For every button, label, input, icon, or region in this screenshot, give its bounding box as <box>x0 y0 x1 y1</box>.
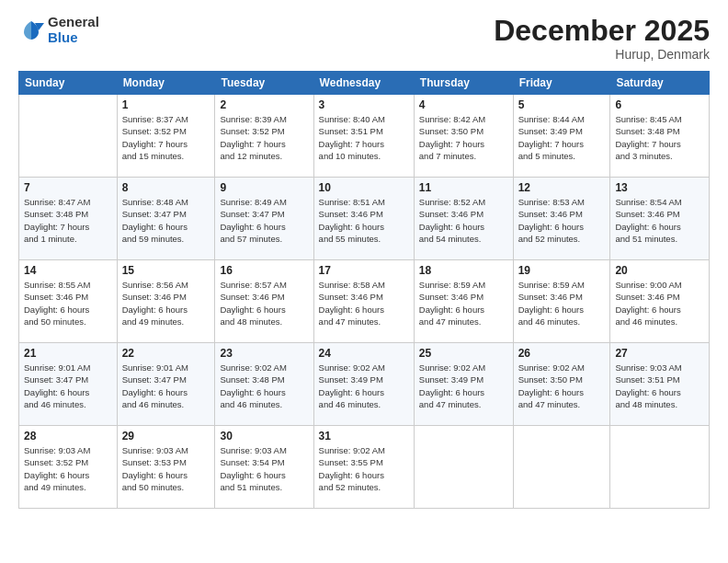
calendar-cell: 22Sunrise: 9:01 AM Sunset: 3:47 PM Dayli… <box>117 343 215 426</box>
day-info: Sunrise: 9:01 AM Sunset: 3:47 PM Dayligh… <box>24 362 112 410</box>
calendar-week-5: 28Sunrise: 9:03 AM Sunset: 3:52 PM Dayli… <box>19 426 710 509</box>
day-info: Sunrise: 8:59 AM Sunset: 3:46 PM Dayligh… <box>419 279 508 327</box>
calendar-cell: 27Sunrise: 9:03 AM Sunset: 3:51 PM Dayli… <box>610 343 710 426</box>
calendar-week-2: 7Sunrise: 8:47 AM Sunset: 3:48 PM Daylig… <box>19 178 710 260</box>
day-info: Sunrise: 8:37 AM Sunset: 3:52 PM Dayligh… <box>122 113 210 162</box>
day-info: Sunrise: 8:49 AM Sunset: 3:47 PM Dayligh… <box>220 196 308 245</box>
day-info: Sunrise: 8:42 AM Sunset: 3:50 PM Dayligh… <box>419 113 508 162</box>
calendar-cell: 13Sunrise: 8:54 AM Sunset: 3:46 PM Dayli… <box>610 178 710 260</box>
calendar-week-3: 14Sunrise: 8:55 AM Sunset: 3:46 PM Dayli… <box>19 260 710 343</box>
day-number: 12 <box>518 181 606 194</box>
day-number: 15 <box>122 264 210 277</box>
day-info: Sunrise: 9:03 AM Sunset: 3:54 PM Dayligh… <box>220 444 308 493</box>
day-number: 20 <box>615 264 704 277</box>
day-info: Sunrise: 9:00 AM Sunset: 3:46 PM Dayligh… <box>615 279 704 327</box>
day-info: Sunrise: 9:03 AM Sunset: 3:53 PM Dayligh… <box>122 444 210 493</box>
calendar-table: SundayMondayTuesdayWednesdayThursdayFrid… <box>18 71 710 509</box>
day-info: Sunrise: 9:02 AM Sunset: 3:49 PM Dayligh… <box>419 362 508 410</box>
day-info: Sunrise: 8:55 AM Sunset: 3:46 PM Dayligh… <box>24 279 112 327</box>
calendar-cell: 23Sunrise: 9:02 AM Sunset: 3:48 PM Dayli… <box>215 343 313 426</box>
day-info: Sunrise: 8:56 AM Sunset: 3:46 PM Dayligh… <box>122 279 210 327</box>
calendar-cell: 20Sunrise: 9:00 AM Sunset: 3:46 PM Dayli… <box>610 260 710 343</box>
day-number: 26 <box>518 347 606 360</box>
day-number: 27 <box>615 347 704 360</box>
calendar-cell: 2Sunrise: 8:39 AM Sunset: 3:52 PM Daylig… <box>215 95 313 178</box>
day-number: 9 <box>220 181 308 194</box>
day-info: Sunrise: 8:54 AM Sunset: 3:46 PM Dayligh… <box>615 196 704 245</box>
calendar-cell: 25Sunrise: 9:02 AM Sunset: 3:49 PM Dayli… <box>414 343 513 426</box>
day-info: Sunrise: 8:53 AM Sunset: 3:46 PM Dayligh… <box>518 196 606 245</box>
day-header-wednesday: Wednesday <box>313 72 414 95</box>
day-number: 10 <box>319 181 409 194</box>
calendar-cell: 8Sunrise: 8:48 AM Sunset: 3:47 PM Daylig… <box>117 178 215 260</box>
day-info: Sunrise: 8:48 AM Sunset: 3:47 PM Dayligh… <box>122 196 210 245</box>
day-number: 8 <box>122 181 210 194</box>
calendar-cell <box>19 95 118 178</box>
calendar-cell: 28Sunrise: 9:03 AM Sunset: 3:52 PM Dayli… <box>19 426 118 509</box>
calendar-cell: 7Sunrise: 8:47 AM Sunset: 3:48 PM Daylig… <box>19 178 118 260</box>
calendar-cell: 15Sunrise: 8:56 AM Sunset: 3:46 PM Dayli… <box>117 260 215 343</box>
day-number: 7 <box>24 181 112 194</box>
day-number: 17 <box>319 264 409 277</box>
calendar-cell: 30Sunrise: 9:03 AM Sunset: 3:54 PM Dayli… <box>215 426 313 509</box>
calendar-cell: 9Sunrise: 8:49 AM Sunset: 3:47 PM Daylig… <box>215 178 313 260</box>
day-number: 11 <box>419 181 508 194</box>
day-info: Sunrise: 8:45 AM Sunset: 3:48 PM Dayligh… <box>615 113 704 162</box>
logo-general: General <box>48 15 99 30</box>
calendar-cell: 1Sunrise: 8:37 AM Sunset: 3:52 PM Daylig… <box>117 95 215 178</box>
calendar-cell <box>513 426 610 509</box>
day-number: 14 <box>24 264 112 277</box>
day-info: Sunrise: 8:51 AM Sunset: 3:46 PM Dayligh… <box>319 196 409 245</box>
calendar-cell: 12Sunrise: 8:53 AM Sunset: 3:46 PM Dayli… <box>513 178 610 260</box>
calendar-cell: 21Sunrise: 9:01 AM Sunset: 3:47 PM Dayli… <box>19 343 118 426</box>
calendar-cell: 3Sunrise: 8:40 AM Sunset: 3:51 PM Daylig… <box>313 95 414 178</box>
day-number: 6 <box>615 98 704 111</box>
day-number: 30 <box>220 430 308 442</box>
calendar-cell: 16Sunrise: 8:57 AM Sunset: 3:46 PM Dayli… <box>215 260 313 343</box>
header: General Blue December 2025 Hurup, Denmar… <box>18 15 710 62</box>
day-number: 22 <box>122 347 210 360</box>
day-info: Sunrise: 9:02 AM Sunset: 3:49 PM Dayligh… <box>319 362 409 410</box>
calendar-week-1: 1Sunrise: 8:37 AM Sunset: 3:52 PM Daylig… <box>19 95 710 178</box>
day-info: Sunrise: 9:02 AM Sunset: 3:48 PM Dayligh… <box>220 362 308 410</box>
calendar-cell: 10Sunrise: 8:51 AM Sunset: 3:46 PM Dayli… <box>313 178 414 260</box>
day-header-saturday: Saturday <box>610 72 710 95</box>
day-number: 16 <box>220 264 308 277</box>
day-number: 19 <box>518 264 606 277</box>
day-number: 13 <box>615 181 704 194</box>
calendar-cell: 18Sunrise: 8:59 AM Sunset: 3:46 PM Dayli… <box>414 260 513 343</box>
day-number: 31 <box>319 430 409 442</box>
day-number: 1 <box>122 98 210 111</box>
day-info: Sunrise: 9:02 AM Sunset: 3:50 PM Dayligh… <box>518 362 606 410</box>
day-number: 18 <box>419 264 508 277</box>
day-info: Sunrise: 9:02 AM Sunset: 3:55 PM Dayligh… <box>319 444 409 493</box>
day-info: Sunrise: 8:57 AM Sunset: 3:46 PM Dayligh… <box>220 279 308 327</box>
day-number: 4 <box>419 98 508 111</box>
day-info: Sunrise: 8:47 AM Sunset: 3:48 PM Dayligh… <box>24 196 112 245</box>
day-info: Sunrise: 8:39 AM Sunset: 3:52 PM Dayligh… <box>220 113 308 162</box>
day-header-monday: Monday <box>117 72 215 95</box>
day-info: Sunrise: 9:03 AM Sunset: 3:52 PM Dayligh… <box>24 444 112 493</box>
day-number: 23 <box>220 347 308 360</box>
day-header-thursday: Thursday <box>414 72 513 95</box>
day-number: 29 <box>122 430 210 442</box>
calendar-cell <box>610 426 710 509</box>
day-info: Sunrise: 8:44 AM Sunset: 3:49 PM Dayligh… <box>518 113 606 162</box>
day-info: Sunrise: 8:59 AM Sunset: 3:46 PM Dayligh… <box>518 279 606 327</box>
logo: General Blue <box>18 15 99 45</box>
calendar-cell: 11Sunrise: 8:52 AM Sunset: 3:46 PM Dayli… <box>414 178 513 260</box>
calendar-cell: 19Sunrise: 8:59 AM Sunset: 3:46 PM Dayli… <box>513 260 610 343</box>
location: Hurup, Denmark <box>494 47 710 62</box>
title-block: December 2025 Hurup, Denmark <box>494 15 710 62</box>
day-number: 5 <box>518 98 606 111</box>
calendar-cell: 29Sunrise: 9:03 AM Sunset: 3:53 PM Dayli… <box>117 426 215 509</box>
day-number: 21 <box>24 347 112 360</box>
calendar-week-4: 21Sunrise: 9:01 AM Sunset: 3:47 PM Dayli… <box>19 343 710 426</box>
calendar-cell <box>414 426 513 509</box>
day-info: Sunrise: 8:58 AM Sunset: 3:46 PM Dayligh… <box>319 279 409 327</box>
day-number: 3 <box>319 98 409 111</box>
calendar-cell: 17Sunrise: 8:58 AM Sunset: 3:46 PM Dayli… <box>313 260 414 343</box>
day-info: Sunrise: 9:01 AM Sunset: 3:47 PM Dayligh… <box>122 362 210 410</box>
calendar-cell: 4Sunrise: 8:42 AM Sunset: 3:50 PM Daylig… <box>414 95 513 178</box>
calendar-cell: 6Sunrise: 8:45 AM Sunset: 3:48 PM Daylig… <box>610 95 710 178</box>
